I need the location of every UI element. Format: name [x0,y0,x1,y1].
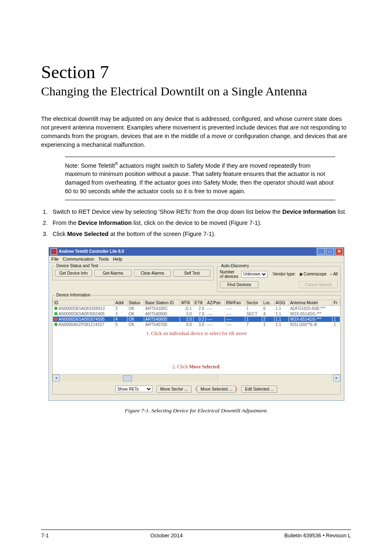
horizontal-scrollbar[interactable]: ◄ ► [53,374,340,382]
table-cell: 1 [245,317,262,322]
column-header[interactable]: BW/Fan [225,300,245,305]
find-devices-button[interactable]: Find Devices [220,281,258,288]
table-cell: 9.0 [180,322,193,327]
scroll-right-icon[interactable]: ► [333,375,340,382]
get-alarms-button[interactable]: Get Alarms [95,270,131,277]
table-cell: SECT [245,311,262,317]
step-text: at the bottom of the screen (Figure 7-1)… [108,231,215,237]
column-header[interactable]: Addr [114,300,127,305]
table-cell: 3 [114,311,127,317]
column-header[interactable]: Base Station ID [144,300,180,305]
table-cell: ---- [225,322,245,327]
table-cell: 5 [114,322,127,327]
close-button[interactable]: ✕ [335,248,343,255]
self-test-button[interactable]: Self Test [173,270,210,277]
scroll-left-icon[interactable]: ◄ [53,375,60,382]
table-row[interactable]: AN0000DE5A0833589132OKART54100C-0.12.0--… [53,305,340,311]
column-header[interactable]: ID [53,300,114,305]
table-cell [332,311,340,317]
vendor-all-radio[interactable]: ○ All [330,272,338,276]
table-cell: 6 [262,305,274,311]
table-cell: AN0000DE5A083562405 [53,311,114,317]
annot-bold: Move Selected [189,364,219,370]
num-devices-combo[interactable]: Unknown [241,271,267,278]
group-legend: Auto-Discovery [220,264,250,268]
device-table: IDAddrStatusBase Station IDMTiltETiltAZ/… [53,300,340,327]
table-cell: AN0000DE5A092674595 [53,317,114,322]
annotation-2: 2. Click Move Selected. [53,364,340,374]
get-device-info-button[interactable]: Get Device Info [55,270,92,277]
title-bar: Andrew Teletilt Controller Lite 8.0 _ □ … [49,247,344,256]
status-dot-icon [54,323,58,326]
column-header[interactable]: AZ/Pan [206,300,225,305]
device-information-group: Device Information IDAddrStatusBase Stat… [52,295,341,395]
column-header[interactable]: Sector [245,300,262,305]
cancel-search-button[interactable]: Cancel Search [299,281,338,288]
reg-symbol: ® [115,162,118,166]
table-cell: ---- [225,305,245,311]
status-dot-icon [54,312,58,315]
app-icon [51,248,57,255]
table-row[interactable]: AN0000DE5A0926745954OKART5406002.00.2---… [53,317,340,322]
show-rets-combo[interactable]: Show RETs [115,386,152,392]
step-text: list, click on the device to be moved (F… [132,220,262,226]
table-cell: 0.2 [193,317,206,322]
step-text: Click [53,231,67,237]
steps-list: Switch to RET Device view by selecting '… [41,208,351,238]
footer-left: 7-1 [41,532,49,539]
window-title: Andrew Teletilt Controller Lite 8.0 [59,249,124,254]
menu-tools[interactable]: Tools [98,257,109,261]
table-cell: 2.0 [193,305,206,311]
table-cell: ---- [225,317,245,322]
table-cell: 2 [114,305,127,311]
section-title: Section 7 [41,62,351,83]
table-cell: 931LG65**E-B [288,322,332,327]
clear-alarms-button[interactable]: Clear Alarms [134,270,171,277]
menu-file[interactable]: File [51,257,59,261]
num-devices-label: Number of devices [220,270,239,279]
step-3: Click Move Selected at the bottom of the… [49,230,351,238]
table-cell: ---- [206,322,225,327]
table-cell: 4 [262,311,274,317]
column-header[interactable]: ETilt [193,300,206,305]
table-cell: 2.0 [180,317,193,322]
move-sector-button[interactable]: Move Sector ... [157,386,191,393]
vendor-commscope-radio[interactable]: ◉ Commscope [299,272,327,276]
table-row[interactable]: AN0000A5ZP0812141075OKART5407009.03.0---… [53,322,340,327]
table-cell: ---- [206,311,225,317]
menu-help[interactable]: Help [113,257,122,261]
step-text: Switch to RET Device view by selecting '… [53,208,282,215]
column-header[interactable]: Antenna Model [288,300,332,305]
menu-bar: File Communication Tools Help [49,256,344,263]
status-dot-icon [54,307,58,310]
radio-label: All [333,272,338,276]
table-cell: ART54100C [144,305,180,311]
table-cell: W2X-6514DS-*** [288,311,332,317]
move-selected-button[interactable]: Move Selected ... [197,386,236,393]
table-header-row: IDAddrStatusBase Station IDMTiltETiltAZ/… [53,300,340,305]
table-cell: 1.1 [274,322,288,327]
figure-caption: Figure 7-1. Selecting Device for Electri… [48,407,344,414]
edit-selected-button[interactable]: Edit Selected ... [241,386,277,393]
column-header[interactable]: MTilt [180,300,193,305]
column-header[interactable]: AISG [274,300,288,305]
table-cell: 1 [262,322,274,327]
group-legend: Device Status and Test [55,264,99,268]
maximize-button[interactable]: □ [326,248,334,255]
screenshot-figure: Andrew Teletilt Controller Lite 8.0 _ □ … [48,247,344,414]
app-window: Andrew Teletilt Controller Lite 8.0 _ □ … [48,247,344,401]
column-header[interactable]: Fr [332,300,340,305]
minimize-button[interactable]: _ [317,248,325,255]
move-selected-highlight: Move Selected ... [196,386,237,392]
table-cell: 1.1 [274,311,288,317]
intro-paragraph: The electrical downtilt may be adjusted … [41,115,351,149]
column-header[interactable]: Status [127,300,144,305]
table-cell: 7.0 [193,311,206,317]
table-row[interactable]: AN0000DE5A0835624053OKART5406003.07.0---… [53,311,340,317]
table-cell: OK [127,322,144,327]
column-header[interactable]: Loc. [262,300,274,305]
table-cell: 1 [332,322,340,327]
table-cell: -0.1 [180,305,193,311]
menu-communication[interactable]: Communication [63,257,94,261]
annot-text: 2. Click [172,364,189,370]
